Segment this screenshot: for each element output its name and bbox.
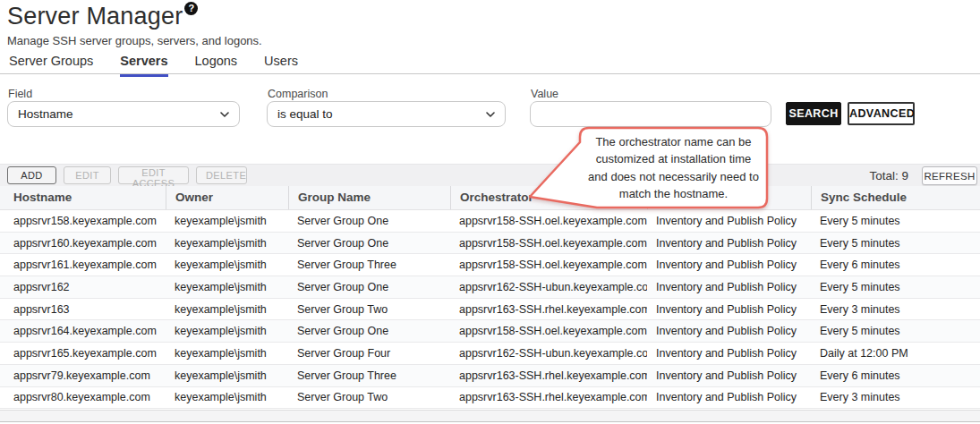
help-icon[interactable]: ? bbox=[184, 2, 198, 15]
search-button[interactable]: SEARCH bbox=[786, 102, 841, 125]
table-cell: keyexample\jsmith bbox=[166, 303, 288, 316]
table-cell: Server Group Two bbox=[288, 303, 450, 316]
comparison-label: Comparison bbox=[268, 88, 328, 100]
table-cell: Every 5 minutes bbox=[811, 325, 980, 337]
value-input-wrap bbox=[530, 101, 771, 127]
table-cell: appsrvr158-SSH.oel.keyexample.com bbox=[450, 325, 647, 337]
column-header-sync-schedule[interactable]: Sync Schedule bbox=[811, 186, 980, 209]
table-cell: keyexample\jsmith bbox=[166, 325, 288, 337]
table-row[interactable]: appsrvr164.keyexample.comkeyexample\jsmi… bbox=[0, 320, 980, 343]
table-cell: appsrvr163-SSH.rhel.keyexample.com bbox=[450, 303, 647, 316]
table-cell: Daily at 12:00 PM bbox=[811, 347, 980, 360]
value-label: Value bbox=[531, 88, 558, 100]
table-cell: Every 3 minutes bbox=[811, 303, 980, 316]
column-header-hostname[interactable]: Hostname bbox=[0, 186, 166, 209]
table-cell: keyexample\jsmith bbox=[166, 347, 288, 360]
table-cell: keyexample\jsmith bbox=[166, 237, 288, 250]
column-header-policy[interactable] bbox=[647, 186, 811, 209]
table-cell: appsrvr163-SSH.rhel.keyexample.com bbox=[450, 391, 647, 403]
table-cell: appsrvr158.keyexample.com bbox=[0, 215, 166, 227]
table-cell: appsrvr158-SSH.oel.keyexample.com bbox=[450, 259, 647, 271]
table-cell: appsrvr164.keyexample.com bbox=[0, 325, 166, 337]
table-cell: Inventory and Publish Policy bbox=[647, 215, 811, 227]
delete-button[interactable]: DELETE bbox=[196, 166, 247, 184]
table-cell: appsrvr158-SSH.oel.keyexample.com bbox=[450, 237, 647, 250]
page-subtitle: Manage SSH server groups, servers, and l… bbox=[7, 34, 262, 47]
table-cell: Inventory and Publish Policy bbox=[647, 237, 811, 250]
chevron-down-icon bbox=[485, 109, 496, 120]
table-cell: keyexample\jsmith bbox=[166, 391, 288, 403]
tabs-divider bbox=[0, 73, 980, 74]
table-row[interactable]: appsrvr161.keyexample.comkeyexample\jsmi… bbox=[0, 254, 980, 276]
table-body: appsrvr158.keyexample.comkeyexample\jsmi… bbox=[0, 210, 980, 409]
table-cell: Every 5 minutes bbox=[811, 281, 980, 293]
table-cell: Inventory and Publish Policy bbox=[647, 281, 811, 293]
table-cell: Inventory and Publish Policy bbox=[647, 391, 811, 403]
table-cell: Inventory and Publish Policy bbox=[647, 303, 811, 316]
table-cell: Server Group Two bbox=[288, 391, 450, 403]
table-cell: Inventory and Publish Policy bbox=[647, 347, 811, 360]
table-header: Hostname Owner Group Name Orchestrator S… bbox=[0, 186, 980, 210]
add-button[interactable]: ADD bbox=[7, 166, 56, 184]
table-cell: Every 5 minutes bbox=[811, 215, 980, 227]
table-cell: Every 5 minutes bbox=[811, 237, 980, 250]
edit-button[interactable]: EDIT bbox=[64, 166, 111, 184]
table-cell: appsrvr162 bbox=[0, 281, 166, 293]
column-header-orchestrator[interactable]: Orchestrator bbox=[450, 186, 647, 209]
refresh-button[interactable]: REFRESH bbox=[922, 166, 977, 185]
table-cell: appsrvr161.keyexample.com bbox=[0, 259, 166, 271]
table-cell: appsrvr80.keyexample.com bbox=[0, 391, 166, 403]
advanced-button[interactable]: ADVANCED bbox=[848, 102, 915, 125]
table-cell: appsrvr163 bbox=[0, 303, 166, 316]
table-cell: Server Group One bbox=[288, 215, 450, 227]
table-cell: appsrvr79.keyexample.com bbox=[0, 369, 166, 382]
field-label: Field bbox=[8, 88, 32, 100]
table-footer bbox=[0, 410, 980, 422]
table-cell: Inventory and Publish Policy bbox=[647, 369, 811, 382]
table-cell: appsrvr162-SSH-ubun.keyexample.com bbox=[450, 281, 647, 293]
table-cell: keyexample\jsmith bbox=[166, 369, 288, 382]
table-cell: Inventory and Publish Policy bbox=[647, 325, 811, 337]
table-cell: Every 6 minutes bbox=[811, 369, 980, 382]
comparison-select-value: is equal to bbox=[277, 107, 333, 121]
table-row[interactable]: appsrvr158.keyexample.comkeyexample\jsmi… bbox=[0, 210, 980, 233]
table-cell: keyexample\jsmith bbox=[166, 215, 288, 227]
table-row[interactable]: appsrvr80.keyexample.comkeyexample\jsmit… bbox=[0, 387, 980, 410]
table-cell: Server Group One bbox=[288, 281, 450, 293]
table-cell: Server Group One bbox=[288, 237, 450, 250]
field-select-value: Hostname bbox=[18, 107, 73, 121]
table-row[interactable]: appsrvr160.keyexample.comkeyexample\jsmi… bbox=[0, 233, 980, 255]
table-row[interactable]: appsrvr163keyexample\jsmithServer Group … bbox=[0, 299, 980, 321]
table-row[interactable]: appsrvr165.keyexample.comkeyexample\jsmi… bbox=[0, 343, 980, 365]
table-cell: Server Group Four bbox=[288, 347, 450, 360]
table-cell: appsrvr162-SSH-ubun.keyexample.com bbox=[450, 347, 647, 360]
total-count: Total: 9 bbox=[869, 169, 908, 182]
table-cell: Every 6 minutes bbox=[811, 259, 980, 271]
edit-access-button[interactable]: EDIT ACCESS bbox=[118, 166, 189, 184]
chevron-down-icon bbox=[219, 109, 230, 120]
table-toolbar: ADD EDIT EDIT ACCESS DELETE Total: 9 REF… bbox=[0, 164, 980, 186]
table-row[interactable]: appsrvr162keyexample\jsmithServer Group … bbox=[0, 276, 980, 299]
table-cell: appsrvr160.keyexample.com bbox=[0, 237, 166, 250]
page-title: Server Manager? bbox=[7, 2, 198, 30]
table-cell: Every 3 minutes bbox=[811, 391, 980, 403]
table-cell: Server Group Three bbox=[288, 369, 450, 382]
table-cell: appsrvr163-SSH.rhel.keyexample.com bbox=[450, 369, 647, 382]
table-cell: Server Group Three bbox=[288, 259, 450, 271]
column-header-group-name[interactable]: Group Name bbox=[288, 186, 450, 209]
comparison-select[interactable]: is equal to bbox=[267, 101, 506, 127]
table-cell: Inventory and Publish Policy bbox=[647, 259, 811, 271]
table-cell: keyexample\jsmith bbox=[166, 281, 288, 293]
table-cell: keyexample\jsmith bbox=[166, 259, 288, 271]
column-header-owner[interactable]: Owner bbox=[166, 186, 288, 209]
value-input[interactable] bbox=[541, 102, 761, 126]
table-cell: appsrvr165.keyexample.com bbox=[0, 347, 166, 360]
table-row[interactable]: appsrvr79.keyexample.comkeyexample\jsmit… bbox=[0, 365, 980, 387]
table-cell: appsrvr158-SSH.oel.keyexample.com bbox=[450, 215, 647, 227]
table-cell: Server Group One bbox=[288, 325, 450, 337]
field-select[interactable]: Hostname bbox=[7, 101, 240, 127]
